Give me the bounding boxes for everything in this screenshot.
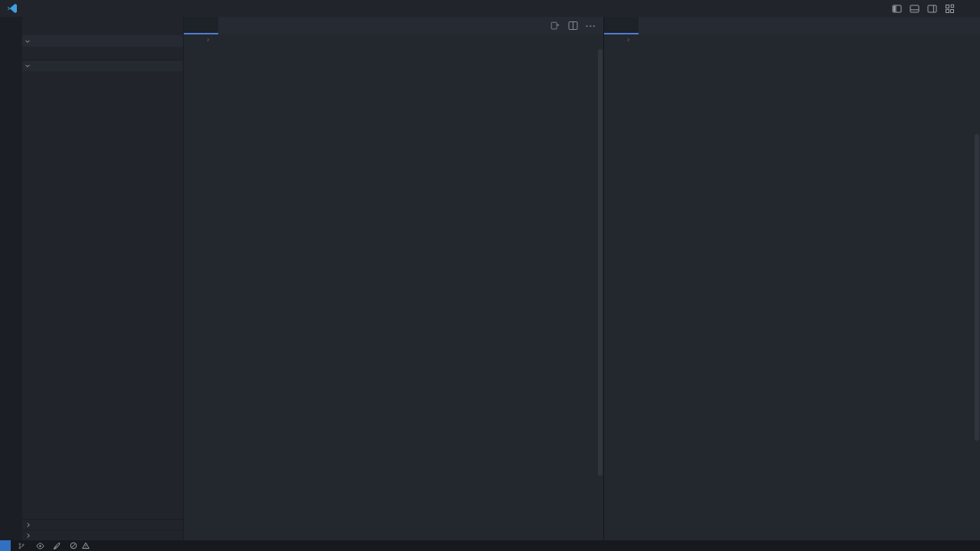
editor-area: ··· › — [184, 17, 980, 540]
ts-file-icon — [614, 36, 621, 43]
chevron-right-icon — [25, 533, 31, 539]
ts-file-icon — [612, 21, 621, 29]
split-editor-icon[interactable] — [568, 21, 578, 31]
tab-bar-left: ··· — [184, 17, 603, 34]
git-branch-status[interactable] — [18, 542, 28, 550]
section-timeline[interactable] — [22, 519, 183, 530]
section-outline[interactable] — [22, 60, 183, 71]
toggle-sidebar-icon[interactable] — [888, 0, 906, 17]
editor-group-right: › — [604, 17, 980, 540]
breadcrumb-left[interactable]: › — [184, 34, 603, 44]
workbench: ··· › — [0, 17, 980, 540]
window-controls — [888, 0, 980, 17]
toggle-panel-icon[interactable] — [906, 0, 923, 17]
code-editor-kite-js[interactable] — [184, 44, 603, 540]
chevron-right-icon — [25, 522, 31, 528]
breadcrumb-separator: › — [207, 35, 209, 44]
error-icon — [70, 542, 77, 549]
customize-layout-icon[interactable] — [941, 0, 959, 17]
eye-icon — [36, 542, 44, 550]
js-file-icon — [192, 21, 201, 29]
toggle-secondary-sidebar-icon[interactable] — [923, 0, 941, 17]
tab-kite-ts[interactable] — [604, 17, 639, 34]
editor-actions: ··· — [550, 17, 596, 34]
activity-bar — [0, 17, 22, 540]
warning-icon — [82, 542, 90, 549]
js-file-icon — [194, 36, 201, 43]
status-bar — [0, 540, 980, 551]
tab-bar-right — [604, 17, 980, 34]
breadcrumb-right[interactable]: › — [604, 34, 980, 44]
chevron-down-icon — [24, 63, 31, 69]
more-actions-icon[interactable]: ··· — [586, 21, 596, 31]
scrollbar-thumb[interactable] — [975, 134, 979, 442]
editor-group-left: ··· › — [184, 17, 604, 540]
remote-indicator[interactable] — [0, 540, 11, 551]
vscode-logo-icon — [7, 3, 18, 14]
sidebar-header — [22, 17, 183, 35]
section-sample[interactable] — [22, 35, 183, 47]
code-editor-kite-ts[interactable] — [604, 44, 980, 540]
eye-toggle[interactable] — [36, 542, 44, 550]
open-changes-icon[interactable] — [550, 21, 560, 31]
sidebar-bottom-sections — [22, 519, 183, 540]
scrollbar-thumb[interactable] — [598, 49, 603, 475]
section-java-projects[interactable] — [22, 530, 183, 540]
tab-kite-js[interactable] — [184, 17, 218, 34]
breadcrumb-separator: › — [627, 35, 629, 44]
problems-status[interactable] — [70, 542, 92, 549]
chevron-down-icon — [24, 38, 31, 44]
pen-indicator[interactable] — [53, 542, 61, 550]
branch-icon — [18, 542, 25, 550]
explorer-sidebar — [22, 17, 184, 540]
title-bar — [0, 0, 980, 17]
quill-icon — [53, 542, 61, 550]
